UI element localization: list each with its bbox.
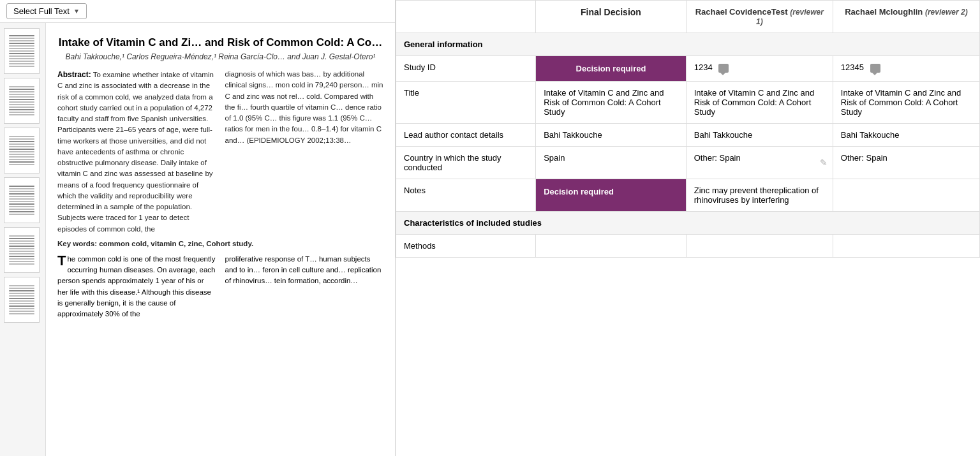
table-row-study-id: Study ID Decision required 1234 12345 bbox=[396, 56, 980, 82]
lead-author-final: Bahi Takkouche bbox=[536, 124, 687, 147]
methods-reviewer1 bbox=[686, 235, 833, 258]
right-panel: Final Decision Rachael CovidenceTest (re… bbox=[396, 0, 980, 456]
left-panel: Select Full Text ▼ bbox=[0, 0, 396, 456]
lead-author-reviewer2: Bahi Takkouche bbox=[833, 124, 979, 147]
abstract-label: Abstract: bbox=[57, 70, 91, 79]
title-label: Title bbox=[396, 82, 536, 124]
abstract-text: To examine whether intake of vitamin C a… bbox=[57, 71, 214, 233]
thumbnail-4[interactable] bbox=[4, 177, 40, 223]
body-text: he common cold is one of the most freque… bbox=[57, 255, 216, 318]
reviewer1-name: Rachael CovidenceTest bbox=[695, 7, 788, 17]
document-content: Intake of Vitamin C and Zi… and Risk of … bbox=[46, 23, 395, 456]
study-id-final-decision: Decision required bbox=[536, 56, 687, 82]
thumbnails-sidebar bbox=[0, 23, 46, 456]
notes-label: Notes bbox=[396, 179, 536, 212]
notes-final-decision: Decision required bbox=[536, 179, 687, 212]
select-fulltext-button[interactable]: Select Full Text ▼ bbox=[6, 3, 87, 19]
abstract-text-continued: diagnosis of which was bas… by additiona… bbox=[225, 70, 383, 144]
table-row-lead-author: Lead author contact details Bahi Takkouc… bbox=[396, 124, 980, 147]
document-title: Intake of Vitamin C and Zi… and Risk of … bbox=[57, 36, 383, 50]
general-info-section-row: General information bbox=[396, 33, 980, 56]
lead-author-label: Lead author contact details bbox=[396, 124, 536, 147]
general-info-section-header: General information bbox=[396, 33, 980, 56]
title-reviewer2: Intake of Vitamin C and Zinc and Risk of… bbox=[833, 82, 979, 124]
methods-label: Methods bbox=[396, 235, 536, 258]
document-authors: Bahi Takkouche,¹ Carlos Regueira-Méndez,… bbox=[57, 52, 383, 61]
thumbnail-1[interactable] bbox=[4, 28, 40, 74]
country-label: Country in which the study conducted bbox=[396, 147, 536, 179]
comment-icon-reviewer1[interactable] bbox=[718, 64, 729, 73]
methods-final bbox=[536, 235, 687, 258]
title-final: Intake of Vitamin C and Zinc and Risk of… bbox=[536, 82, 687, 124]
body-initial-letter: T bbox=[57, 254, 66, 268]
extraction-table: Final Decision Rachael CovidenceTest (re… bbox=[396, 0, 980, 258]
thumbnail-2[interactable] bbox=[4, 78, 40, 124]
study-id-label: Study ID bbox=[396, 56, 536, 82]
final-decision-header: Final Decision bbox=[536, 1, 687, 33]
notes-reviewer1: Zinc may prevent thereplication of rhino… bbox=[686, 179, 833, 212]
study-id-reviewer1: 1234 bbox=[686, 56, 833, 82]
cursor-indicator: ✎ bbox=[820, 158, 828, 168]
title-reviewer1: Intake of Vitamin C and Zinc and Risk of… bbox=[686, 82, 833, 124]
table-row-title: Title Intake of Vitamin C and Zinc and R… bbox=[396, 82, 980, 124]
toolbar: Select Full Text ▼ bbox=[0, 0, 395, 23]
reviewer2-name: Rachael Mcloughlin bbox=[845, 7, 923, 17]
col-label-header bbox=[396, 1, 536, 33]
comment-icon-reviewer2[interactable] bbox=[870, 64, 880, 73]
study-id-reviewer2: 12345 bbox=[833, 56, 979, 82]
body-text-2: proliferative response of T… human subje… bbox=[225, 255, 382, 285]
methods-reviewer2 bbox=[833, 235, 979, 258]
document-keywords: Key words: common cold, vitamin C, zinc,… bbox=[57, 240, 383, 247]
reviewer2-role: (reviewer 2) bbox=[925, 8, 968, 17]
thumbnail-3[interactable] bbox=[4, 128, 40, 173]
country-reviewer2: Other: Spain bbox=[833, 147, 979, 179]
thumbnail-5[interactable] bbox=[4, 227, 40, 273]
thumbnail-6[interactable] bbox=[4, 277, 40, 323]
lead-author-reviewer1: Bahi Takkouche bbox=[686, 124, 833, 147]
notes-reviewer2 bbox=[833, 179, 979, 212]
select-fulltext-label: Select Full Text bbox=[13, 6, 70, 16]
dropdown-caret-icon: ▼ bbox=[73, 8, 80, 15]
table-row-country: Country in which the study conducted Spa… bbox=[396, 147, 980, 179]
reviewer1-header: Rachael CovidenceTest (reviewer 1) bbox=[686, 1, 833, 33]
table-header-row: Final Decision Rachael CovidenceTest (re… bbox=[396, 1, 980, 33]
doc-area: Intake of Vitamin C and Zi… and Risk of … bbox=[0, 23, 395, 456]
characteristics-section-header: Characteristics of included studies bbox=[396, 212, 980, 235]
reviewer2-header: Rachael Mcloughlin (reviewer 2) bbox=[833, 1, 979, 33]
country-final: Spain bbox=[536, 147, 687, 179]
characteristics-section-row: Characteristics of included studies bbox=[396, 212, 980, 235]
table-row-methods: Methods bbox=[396, 235, 980, 258]
country-reviewer1: Other: Spain ✎ bbox=[686, 147, 833, 179]
table-row-notes: Notes Decision required Zinc may prevent… bbox=[396, 179, 980, 212]
